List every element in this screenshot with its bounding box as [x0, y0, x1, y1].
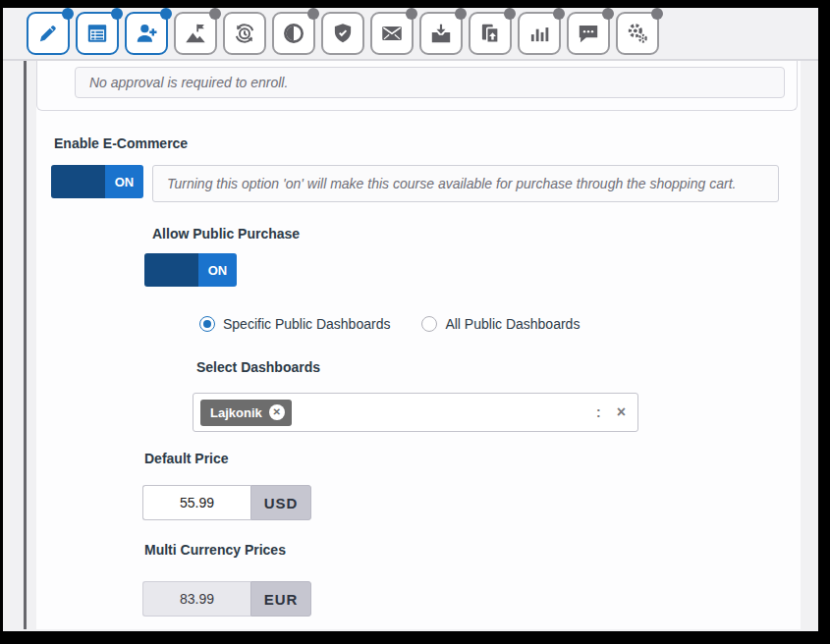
- notification-badge: [111, 8, 123, 20]
- tag-remove-icon[interactable]: ✕: [269, 404, 285, 420]
- tag-list: Lajkonik✕: [200, 400, 292, 426]
- panel-left-divider: [24, 61, 27, 629]
- toolbar-button-feedback[interactable]: [567, 12, 610, 55]
- notification-badge: [406, 8, 417, 20]
- radio-all-public-dashboards[interactable]: All Public Dashboards: [421, 316, 580, 332]
- approval-note-box: No approval is required to enroll.: [75, 67, 785, 98]
- email-icon: [379, 21, 405, 46]
- default-price-label: Default Price: [144, 451, 229, 466]
- window-frame: No approval is required to enroll. Enabl…: [0, 0, 830, 644]
- tagbox-controls: : ×: [596, 394, 626, 431]
- notification-badge: [602, 8, 614, 20]
- toolbar-button-reports[interactable]: [518, 12, 561, 55]
- notification-badge: [504, 8, 516, 20]
- edit-icon: [35, 21, 61, 46]
- radio-circle-icon[interactable]: [421, 316, 437, 332]
- multi-currency-price-input: [142, 581, 250, 617]
- toggle-on-segment: ON: [198, 253, 237, 287]
- notification-badge: [307, 8, 319, 20]
- default-price-currency-addon: USD: [250, 485, 311, 520]
- toolbar-button-settings[interactable]: [616, 12, 659, 55]
- ecommerce-description-text: Turning this option 'on' will make this …: [167, 176, 736, 191]
- allow-public-purchase-toggle[interactable]: ON: [144, 253, 237, 287]
- enable-ecommerce-label: Enable E-Commerce: [54, 135, 188, 151]
- import-icon: [428, 21, 454, 46]
- settings-icon: [625, 21, 650, 46]
- default-price-group: USD: [142, 485, 311, 520]
- toolbar-buttons: [27, 12, 659, 55]
- multi-currency-group: EUR: [142, 581, 311, 617]
- tag-label: Lajkonik: [210, 405, 262, 420]
- notification-badge: [651, 8, 663, 20]
- clear-selection-icon[interactable]: ×: [617, 403, 626, 421]
- settings-panel: No approval is required to enroll. Enabl…: [36, 61, 801, 629]
- toolbar-button-history[interactable]: [223, 12, 266, 55]
- default-price-input[interactable]: [142, 485, 250, 520]
- toggle-off-segment: [51, 165, 105, 198]
- content-area: No approval is required to enroll. Enabl…: [3, 61, 818, 629]
- multi-currency-addon: EUR: [250, 581, 311, 617]
- radio-label: All Public Dashboards: [445, 316, 580, 332]
- radio-label: Specific Public Dashboards: [223, 316, 390, 332]
- enable-ecommerce-toggle[interactable]: ON: [51, 165, 143, 198]
- availability-icon: [281, 21, 306, 46]
- notification-badge: [160, 8, 172, 20]
- details-icon: [84, 21, 110, 46]
- allow-public-purchase-label: Allow Public Purchase: [152, 226, 300, 242]
- radio-specific-public-dashboards[interactable]: Specific Public Dashboards: [199, 316, 390, 332]
- notification-badge: [209, 8, 221, 20]
- security-icon: [330, 21, 356, 46]
- notification-badge: [455, 8, 467, 20]
- ecommerce-description-box: Turning this option 'on' will make this …: [152, 165, 779, 202]
- toolbar-button-milestones[interactable]: [174, 12, 217, 55]
- enroll-users-icon: [134, 21, 159, 46]
- dropdown-indicator-icon[interactable]: :: [596, 404, 601, 420]
- feedback-icon: [576, 21, 601, 46]
- selected-dashboard-tag: Lajkonik✕: [200, 400, 292, 426]
- toolbar-button-availability[interactable]: [272, 12, 315, 55]
- course-tabs-toolbar: [3, 8, 818, 61]
- milestones-icon: [183, 21, 208, 46]
- toggle-on-segment: ON: [105, 165, 143, 198]
- toolbar-button-email[interactable]: [370, 12, 414, 55]
- select-dashboards-input[interactable]: Lajkonik✕ : ×: [193, 393, 638, 432]
- publish-icon: [477, 21, 503, 46]
- approval-note-text: No approval is required to enroll.: [89, 75, 288, 90]
- dashboard-scope-radio-group: Specific Public DashboardsAll Public Das…: [199, 316, 580, 332]
- radio-circle-icon[interactable]: [199, 316, 215, 332]
- notification-badge: [62, 8, 74, 20]
- toolbar-button-publish[interactable]: [469, 12, 512, 55]
- toolbar-button-security[interactable]: [321, 12, 364, 55]
- toolbar-button-import[interactable]: [419, 12, 463, 55]
- select-dashboards-label: Select Dashboards: [196, 359, 320, 375]
- toolbar-button-enroll-users[interactable]: [125, 12, 168, 55]
- toolbar-button-edit[interactable]: [27, 12, 70, 55]
- multi-currency-label: Multi Currency Prices: [144, 542, 286, 558]
- history-icon: [232, 21, 257, 46]
- reports-icon: [526, 21, 552, 46]
- toolbar-button-details[interactable]: [76, 12, 119, 55]
- approval-section: No approval is required to enroll.: [36, 61, 798, 111]
- toggle-off-segment: [144, 253, 198, 287]
- notification-badge: [553, 8, 565, 20]
